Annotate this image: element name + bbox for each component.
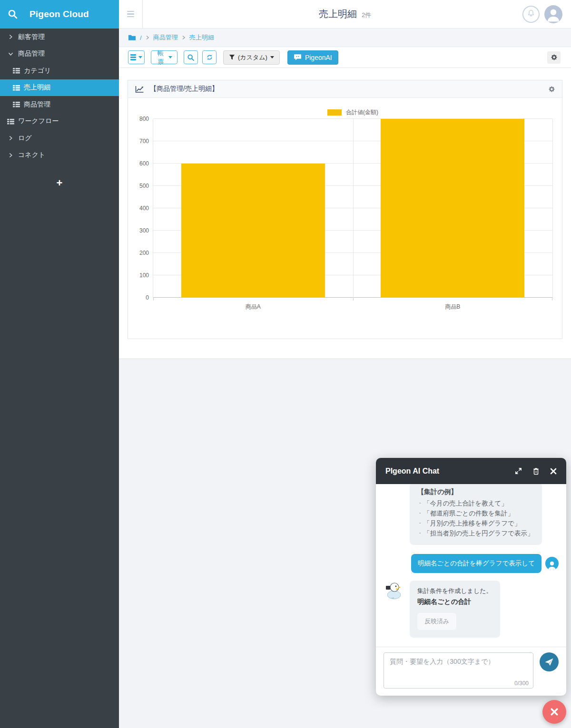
record-count: 2件 — [362, 11, 371, 19]
char-counter: 0/300 — [514, 680, 529, 687]
header-actions — [522, 5, 562, 23]
sidebar-item-商品管理[interactable]: 商品管理 — [0, 96, 119, 113]
chevron-down-icon — [7, 50, 14, 58]
main-area: 売上明細 2件 / 商品 — [119, 0, 571, 359]
pigeon-ai-label: PigeonAI — [305, 54, 332, 61]
sidebar-item-label: 商品管理 — [18, 49, 45, 58]
ai-message-line1: 集計条件を作成しました。 — [417, 587, 492, 595]
x-axis-category-label: 商品A — [246, 303, 261, 311]
chat-bubble-icon — [294, 54, 302, 61]
pigeon-ai-chat-widget: PIgeon AI Chat 【集計の例】 ・「今月の売上合計を教えて」・ — [376, 458, 566, 696]
chart-settings-gear-button[interactable] — [548, 86, 555, 93]
chat-input[interactable] — [384, 652, 533, 689]
person-icon — [545, 7, 561, 23]
sidebar: Pigeon Cloud 顧客管理商品管理カテゴリ売上明細商品管理ワークフローロ… — [0, 0, 119, 728]
x-axis-tickmark — [153, 298, 154, 301]
legend-label: 合計値(金額) — [346, 108, 378, 116]
legend-swatch — [327, 109, 342, 116]
breadcrumb: / 商品管理 売上明細 — [119, 29, 571, 47]
sidebar-item-商品管理[interactable]: 商品管理 — [0, 46, 119, 63]
settings-gear-button[interactable] — [547, 51, 561, 64]
list-options-dropdown-button[interactable] — [128, 50, 145, 64]
breadcrumb-link-product-mgmt[interactable]: 商品管理 — [153, 33, 178, 42]
user-avatar[interactable] — [544, 5, 562, 23]
page-title-wrap: 売上明細 2件 — [319, 8, 371, 20]
example-heading: 【集計の例】 — [417, 488, 534, 496]
close-icon — [550, 468, 557, 475]
pigeon-ai-button[interactable]: PigeonAI — [287, 50, 338, 65]
chat-clear-button[interactable] — [532, 467, 540, 475]
y-axis-tick-label: 200 — [139, 250, 149, 256]
breadcrumb-link-sales-detail[interactable]: 売上明細 — [189, 33, 214, 42]
sidebar-item-label: カテゴリ — [24, 67, 51, 75]
example-bullet: ・「月別の売上推移を棒グラフで」 — [417, 518, 534, 528]
chart-body: 合計値(金額) 0100200300400500600700800商品A商品B — [128, 98, 562, 339]
brand-title: Pigeon Cloud — [30, 9, 89, 19]
example-list: ・「今月の売上合計を教えて」・「都道府県ごとの件数を集計」・「月別の売上推移を棒… — [417, 498, 534, 538]
bell-icon — [526, 9, 536, 19]
gear-icon — [551, 54, 558, 61]
caret-down-icon — [138, 56, 142, 58]
chat-expand-button[interactable] — [515, 467, 522, 475]
sidebar-item-顧客管理[interactable]: 顧客管理 — [0, 29, 119, 46]
example-bullet: ・「担当者別の売上を円グラフで表示」 — [417, 528, 534, 538]
x-axis-tickmark — [353, 298, 354, 301]
sidebar-item-label: ワークフロー — [18, 117, 59, 126]
chevron-right-icon — [7, 33, 14, 41]
paper-plane-icon — [544, 657, 554, 667]
filter-dropdown-button[interactable]: (カスタム) — [223, 50, 280, 65]
example-bullet: ・「今月の売上合計を教えて」 — [417, 498, 534, 508]
chat-header: PIgeon AI Chat — [376, 458, 566, 484]
y-axis-tick-label: 400 — [139, 205, 149, 212]
list-icon — [7, 117, 14, 125]
filter-label: (カスタム) — [238, 53, 267, 62]
sidebar-nav: 顧客管理商品管理カテゴリ売上明細商品管理ワークフローログコネクト — [0, 29, 119, 164]
ai-message-line2: 明細名ごとの合計 — [417, 598, 492, 606]
ai-message-bubble: 集計条件を作成しました。 明細名ごとの合計 反映済み — [410, 581, 500, 638]
sidebar-item-カテゴリ[interactable]: カテゴリ — [0, 62, 119, 79]
search-button[interactable] — [184, 50, 198, 64]
report-label: 帳票 — [156, 49, 165, 66]
sidebar-item-label: 顧客管理 — [18, 33, 45, 41]
content-area: 【商品管理/売上明細】 合計値(金額) 01002003004005006007… — [119, 68, 571, 359]
y-axis-tick-label: 600 — [139, 160, 149, 167]
y-axis-tick-label: 800 — [139, 116, 149, 122]
applied-status-chip: 反映済み — [417, 613, 456, 630]
gridline — [353, 119, 354, 298]
breadcrumb-root-link[interactable]: / — [140, 34, 142, 41]
chat-title: PIgeon AI Chat — [385, 467, 504, 476]
toolbar: 帳票 (カスタム) — [119, 47, 571, 68]
folder-icon[interactable] — [128, 34, 136, 41]
close-icon — [550, 708, 559, 716]
chat-input-wrap: 0/300 — [384, 652, 533, 690]
trash-icon — [532, 467, 540, 475]
sidebar-item-label: 売上明細 — [24, 83, 50, 92]
chart-panel-title: 【商品管理/売上明細】 — [150, 85, 218, 93]
chat-fab-close-button[interactable] — [542, 700, 566, 724]
sidebar-toggle-button[interactable] — [119, 0, 143, 29]
app-root: Pigeon Cloud 顧客管理商品管理カテゴリ売上明細商品管理ワークフローロ… — [0, 0, 571, 728]
report-dropdown-button[interactable]: 帳票 — [151, 50, 177, 64]
refresh-button[interactable] — [202, 50, 217, 64]
chart-legend[interactable]: 合計値(金額) — [153, 108, 553, 116]
refresh-icon — [206, 54, 213, 61]
x-axis-tickmark — [552, 298, 552, 301]
funnel-icon — [229, 54, 235, 60]
hamburger-icon — [127, 11, 134, 18]
sidebar-item-売上明細[interactable]: 売上明細 — [0, 79, 119, 97]
sidebar-item-ワークフロー[interactable]: ワークフロー — [0, 113, 119, 130]
search-icon[interactable] — [7, 8, 19, 20]
sidebar-item-コネクト[interactable]: コネクト — [0, 147, 119, 164]
list-icon — [130, 54, 136, 60]
list-icon — [12, 84, 20, 91]
notifications-button[interactable] — [522, 6, 540, 23]
chart-panel-header: 【商品管理/売上明細】 — [128, 80, 562, 98]
sidebar-item-label: 商品管理 — [24, 100, 50, 109]
send-button[interactable] — [540, 652, 559, 671]
chat-close-button[interactable] — [550, 468, 557, 475]
sidebar-header: Pigeon Cloud — [0, 0, 119, 29]
sidebar-item-ログ[interactable]: ログ — [0, 130, 119, 147]
expand-icon — [515, 467, 522, 475]
user-message-bubble: 明細名ごとの合計を棒グラフで表示して — [411, 554, 541, 573]
add-menu-button[interactable]: + — [0, 178, 119, 188]
